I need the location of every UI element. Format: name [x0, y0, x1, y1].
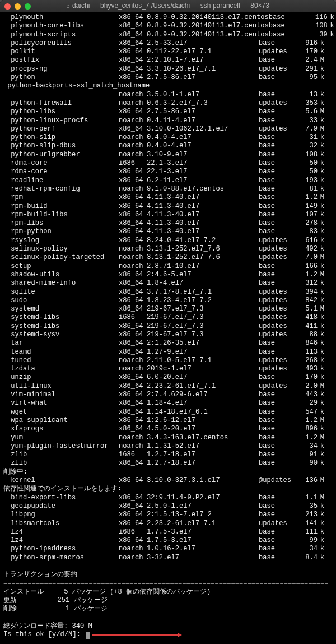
pkg-arch: x86_64: [119, 382, 147, 391]
pkg-name: python-perf: [3, 125, 119, 133]
pkg-size: 394: [295, 288, 318, 296]
pkg-size: 50: [295, 168, 318, 176]
pkg-unit: M: [318, 56, 324, 64]
pkg-size: 33: [295, 117, 318, 125]
pkg-arch: noarch: [119, 117, 147, 125]
package-row: rpm-pythonx86_644.11.3-40.el7base83k: [3, 228, 333, 236]
pkg-repo: updates: [259, 245, 295, 253]
pkg-name: selinux-policy: [3, 245, 119, 253]
pkg-arch: x86_64: [119, 305, 147, 313]
pkg-repo: updates: [259, 288, 295, 296]
package-row: unzipx86_646.0-20.el7base170k: [3, 373, 333, 382]
pkg-arch: x86_64: [119, 288, 147, 296]
package-row: lz4x86_641.7.5-3.el7base99k: [3, 536, 333, 545]
pkg-name: shadow-utils: [3, 271, 119, 279]
pkg-repo: base: [259, 159, 295, 168]
pkg-size: 1.1: [295, 494, 318, 502]
pkg-size: 35: [295, 502, 318, 511]
package-row: plymouth-scriptsx86_640.8.9-0.32.2014011…: [3, 31, 333, 39]
package-row: systemd-libsx86_64219-67.el7_7.3updates4…: [3, 322, 333, 331]
pkg-version: 3-32.el7: [147, 554, 259, 562]
pkg-version: 2:1.5.13-7.el7_2: [147, 511, 259, 519]
pkg-arch: noarch: [119, 356, 147, 365]
pkg-size: 278: [295, 219, 318, 228]
pkg-repo: base: [259, 228, 295, 236]
pkg-arch: i686: [119, 528, 147, 536]
pkg-size: 846: [295, 339, 318, 348]
package-row: sudox86_641.8.23-4.el7_7.2updates842k: [3, 296, 333, 305]
pkg-name: sudo: [3, 296, 119, 305]
pkg-unit: k: [318, 536, 324, 545]
pkg-arch: x86_64: [119, 416, 147, 425]
pkg-repo: base: [259, 108, 295, 116]
pkg-unit: k: [318, 339, 324, 348]
pkg-version: 0.4.11-4.el7: [147, 117, 259, 125]
pkg-arch: i686: [119, 451, 147, 459]
pkg-repo: base: [259, 545, 295, 553]
pkg-version: 0.6.3-2.el7_7.3: [147, 99, 259, 108]
pkg-unit: k: [318, 348, 324, 356]
pkg-repo: @updates: [259, 476, 295, 485]
pkg-arch: x86_64: [119, 331, 147, 339]
pkg-arch: noarch: [119, 554, 147, 562]
pkg-version: 22.1-3.el7: [147, 159, 259, 168]
pkg-repo: updates: [259, 237, 295, 245]
package-row: rpmx86_644.11.3-40.el7base1.2M: [3, 193, 333, 202]
pkg-repo: base: [259, 185, 295, 193]
pkg-repo: base: [269, 22, 305, 30]
pkg-repo: base: [259, 177, 295, 185]
blank-line: [3, 614, 333, 622]
pkg-arch: noarch: [119, 142, 147, 150]
pkg-arch: noarch: [119, 245, 147, 253]
pkg-arch: x86_64: [119, 279, 147, 288]
pkg-arch: x86_64: [119, 211, 147, 219]
pkg-arch: x86_64: [119, 494, 147, 502]
pkg-name: procps-ng: [3, 65, 119, 73]
pkg-size: 896: [295, 425, 318, 433]
package-row: plymouth-core-libsx86_640.8.9-0.32.20140…: [3, 22, 333, 30]
pkg-name: postfix: [3, 56, 119, 64]
pkg-repo: base: [259, 73, 295, 82]
pkg-arch: noarch: [119, 262, 147, 271]
pkg-repo: base: [259, 391, 295, 399]
pkg-version: 22.1-3.el7: [147, 168, 259, 176]
pkg-name: xfsprogs: [3, 425, 119, 433]
pkg-version: 1.8.23-4.el7_7.2: [147, 296, 259, 305]
pkg-name: python-linux-procfs: [3, 117, 119, 125]
pkg-repo: base: [259, 494, 295, 502]
pkg-repo: base: [259, 211, 295, 219]
pkg-unit: M: [318, 125, 324, 133]
pkg-repo: base: [259, 91, 295, 99]
pkg-version: 1.14-18.el7_6.1: [147, 408, 259, 416]
pkg-repo: updates: [259, 125, 295, 133]
pkg-unit: k: [318, 48, 324, 56]
pkg-repo: base: [259, 502, 295, 511]
package-row: lz4i6861.7.5-3.el7base111k: [3, 528, 333, 536]
confirm-prompt[interactable]: Is this ok [y/d/N]:: [3, 631, 333, 639]
pkg-version: 1.27-9.el7: [147, 348, 259, 356]
pkg-unit: M: [318, 108, 324, 116]
pkg-version: 1:2.6-12.el7: [147, 416, 259, 425]
pkg-unit: k: [318, 511, 324, 519]
pkg-name: kernel: [3, 476, 119, 485]
package-row: shadow-utilsx86_642:4.6-5.el7base1.2M: [3, 271, 333, 279]
pkg-repo: updates: [259, 65, 295, 73]
package-row: systemdx86_64219-67.el7_7.3updates5.1M: [3, 305, 333, 313]
pkg-size: 88: [295, 331, 318, 339]
pkg-unit: k: [318, 373, 324, 382]
pkg-repo: base: [259, 133, 295, 142]
pkg-version: 0.112-22.el7_7.1: [147, 48, 259, 56]
pkg-name: virt-what: [3, 399, 119, 407]
package-row: util-linuxx86_642.23.2-61.el7_7.1updates…: [3, 382, 333, 391]
package-row: rpm-build-libsx86_644.11.3-40.el7base107…: [3, 211, 333, 219]
pkg-arch: x86_64: [119, 202, 147, 211]
terminal-output[interactable]: plymouthx86_640.8.9-0.32.20140113.el7.ce…: [0, 12, 336, 640]
package-row: python-perfx86_643.10.0-1062.12.1.el7upd…: [3, 125, 333, 133]
pkg-version: 2.8.71-10.el7: [147, 262, 259, 271]
pkg-repo: base: [259, 117, 295, 125]
summary-line: 更新 251 パッケージ: [3, 596, 333, 605]
pkg-size: 136: [295, 476, 318, 485]
pkg-name: python-backports-ssl_match_hostname: [3, 82, 333, 90]
pkg-name: lz4: [3, 528, 119, 536]
pkg-repo: base: [259, 193, 295, 202]
